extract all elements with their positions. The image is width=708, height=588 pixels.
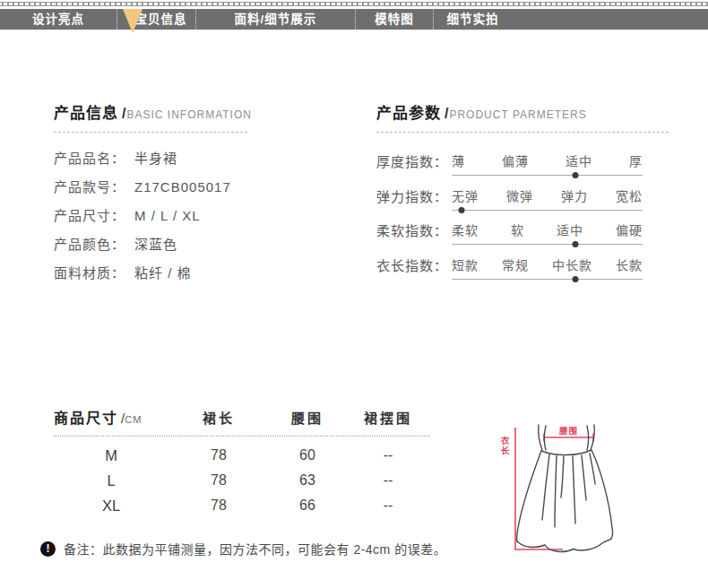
size-table-title-text: 商品尺寸 bbox=[54, 411, 118, 426]
param-row: 衣长指数：短款常规中长款长款 bbox=[376, 255, 643, 290]
param-option: 薄 bbox=[452, 151, 465, 169]
param-option: 偏薄 bbox=[502, 151, 529, 169]
basic-info-header: 产品信息/BASIC INFORMATION bbox=[54, 100, 341, 123]
size-table-column-header: 裙长 bbox=[168, 408, 269, 427]
section-title: 产品参数 bbox=[376, 105, 441, 122]
title-slash: / bbox=[122, 106, 125, 121]
basic-info-list: 产品品名：半身裙产品款号：Z17CB005017产品尺寸：M / L / XL产… bbox=[54, 148, 341, 291]
param-option: 长款 bbox=[616, 255, 643, 273]
param-track bbox=[452, 210, 643, 211]
param-option: 适中 bbox=[557, 220, 583, 238]
param-options: 无弹微弹弹力宽松 bbox=[452, 186, 643, 204]
nav-tab-label: 面料/细节展示 bbox=[235, 9, 317, 30]
parameters-section: 产品参数/PRODUCT PARMETERS 厚度指数：薄偏薄适中厚弹力指数：无… bbox=[376, 100, 669, 290]
nav-tab-3[interactable]: 面料/细节展示 bbox=[195, 9, 355, 30]
size-cell: L bbox=[54, 472, 168, 489]
nav-tab-2[interactable]: 宝贝信息 bbox=[117, 9, 195, 30]
parameters-header: 产品参数/PRODUCT PARMETERS bbox=[376, 100, 669, 123]
nav-tab-4[interactable]: 模特图 bbox=[355, 9, 433, 30]
size-table-row: XL7866-- bbox=[54, 493, 430, 518]
param-label: 衣长指数： bbox=[376, 255, 452, 274]
size-cell: M bbox=[54, 447, 168, 464]
info-value: 半身裙 bbox=[134, 151, 177, 166]
info-row: 产品颜色：深蓝色 bbox=[54, 234, 341, 263]
param-option: 软 bbox=[511, 220, 524, 238]
param-option: 弹力 bbox=[561, 186, 588, 204]
nav-tab-label: 模特图 bbox=[375, 9, 414, 30]
value-cell: 78 bbox=[168, 472, 269, 489]
param-option: 常规 bbox=[502, 255, 529, 273]
value-cell: 60 bbox=[269, 447, 346, 463]
param-options: 短款常规中长款长款 bbox=[452, 255, 643, 273]
measurement-note: ! 备注：此数据为平铺测量，因方法不同，可能会有 2-4cm 的误差。 bbox=[40, 540, 446, 558]
nav-tab-label: 设计亮点 bbox=[32, 9, 84, 30]
param-option: 适中 bbox=[566, 151, 592, 169]
value-cell: 63 bbox=[269, 472, 346, 489]
basic-info-section: 产品信息/BASIC INFORMATION 产品品名：半身裙产品款号：Z17C… bbox=[54, 100, 341, 291]
param-selected-dot bbox=[573, 241, 579, 247]
value-cell: -- bbox=[346, 447, 430, 463]
nav-tab-5[interactable]: 细节实拍 bbox=[433, 9, 512, 30]
value-cell: 78 bbox=[168, 447, 269, 463]
info-row: 产品品名：半身裙 bbox=[54, 148, 341, 177]
length-label: 衣长 bbox=[500, 436, 510, 455]
param-scale: 柔软软适中偏硬 bbox=[452, 220, 643, 245]
size-table-row: M7860-- bbox=[54, 443, 430, 468]
info-value: 粘纤 / 棉 bbox=[134, 265, 192, 281]
param-scale: 薄偏薄适中厚 bbox=[452, 151, 643, 176]
param-row: 弹力指数：无弹微弹弹力宽松 bbox=[376, 186, 643, 221]
param-option: 中长款 bbox=[552, 255, 592, 273]
size-table-unit: CM bbox=[125, 414, 142, 425]
section-title: 产品信息 bbox=[54, 105, 118, 122]
info-value: Z17CB005017 bbox=[134, 179, 231, 195]
param-option: 厚 bbox=[629, 151, 643, 169]
size-table-title: 商品尺寸/CM bbox=[54, 406, 168, 428]
size-table-row: L7863-- bbox=[54, 468, 430, 493]
param-track bbox=[452, 175, 643, 176]
nav-tab-label: 宝贝信息 bbox=[135, 9, 187, 30]
param-scale: 无弹微弹弹力宽松 bbox=[452, 186, 643, 211]
info-value: 深蓝色 bbox=[134, 237, 177, 252]
param-option: 偏硬 bbox=[616, 220, 643, 238]
param-row: 厚度指数：薄偏薄适中厚 bbox=[376, 151, 643, 186]
size-table-column-header: 裙摆围 bbox=[346, 408, 430, 427]
note-text: 备注：此数据为平铺测量，因方法不同，可能会有 2-4cm 的误差。 bbox=[64, 540, 446, 558]
header-divider bbox=[54, 132, 247, 133]
param-label: 柔软指数： bbox=[376, 220, 452, 239]
info-label: 产品款号： bbox=[54, 179, 125, 195]
exclamation-icon: ! bbox=[40, 541, 56, 557]
param-row: 柔软指数：柔软软适中偏硬 bbox=[376, 220, 643, 255]
info-row: 产品尺寸：M / L / XL bbox=[54, 205, 341, 234]
waist-label: 腰围 bbox=[558, 426, 578, 436]
param-options: 薄偏薄适中厚 bbox=[452, 151, 643, 169]
param-label: 弹力指数： bbox=[376, 186, 452, 205]
size-table-head: 商品尺寸/CM 裙长腰围裙摆围 bbox=[54, 406, 430, 437]
size-table-body: M7860--L7863--XL7866-- bbox=[54, 437, 430, 518]
value-cell: -- bbox=[346, 472, 430, 489]
param-option: 宽松 bbox=[616, 186, 643, 204]
nav-tab-1[interactable]: 设计亮点 bbox=[0, 9, 117, 30]
param-option: 短款 bbox=[452, 255, 479, 273]
param-options: 柔软软适中偏硬 bbox=[452, 220, 643, 238]
skirt-measurement-diagram: 衣长 腰围 bbox=[493, 403, 686, 565]
size-table: 商品尺寸/CM 裙长腰围裙摆围 M7860--L7863--XL7866-- bbox=[54, 406, 430, 518]
param-label: 厚度指数： bbox=[376, 151, 452, 170]
value-cell: 78 bbox=[168, 497, 269, 514]
param-selected-dot bbox=[573, 172, 579, 178]
skirt-sketch: 衣长 腰围 bbox=[493, 403, 686, 565]
param-track bbox=[452, 244, 643, 245]
section-subtitle: PRODUCT PARMETERS bbox=[449, 108, 586, 121]
param-option: 微弹 bbox=[506, 186, 533, 204]
section-subtitle: BASIC INFORMATION bbox=[126, 108, 251, 121]
param-selected-dot bbox=[573, 276, 579, 282]
param-list: 厚度指数：薄偏薄适中厚弹力指数：无弹微弹弹力宽松柔软指数：柔软软适中偏硬衣长指数… bbox=[376, 151, 669, 290]
active-tab-pointer-icon bbox=[123, 9, 142, 33]
value-cell: -- bbox=[346, 497, 430, 514]
info-row: 产品款号：Z17CB005017 bbox=[54, 177, 341, 205]
nav-tabs: 设计亮点宝贝信息面料/细节展示模特图细节实拍 bbox=[0, 9, 512, 30]
param-track bbox=[452, 279, 643, 280]
param-option: 柔软 bbox=[452, 220, 479, 238]
top-navbar: 设计亮点宝贝信息面料/细节展示模特图细节实拍 bbox=[0, 9, 708, 30]
param-option: 无弹 bbox=[452, 186, 479, 204]
chain-pattern-border bbox=[0, 0, 708, 9]
